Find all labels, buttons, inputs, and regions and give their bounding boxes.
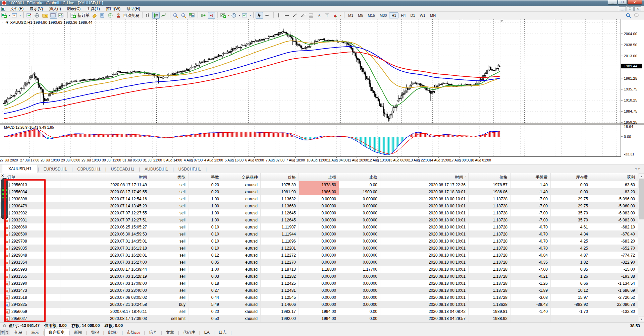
- chart-shift-icon[interactable]: [208, 12, 215, 19]
- column-header-12[interactable]: 获利: [591, 173, 638, 181]
- profiles-icon[interactable]: [11, 12, 18, 19]
- column-header-10[interactable]: 手续费: [511, 173, 551, 181]
- chart-tab-xauusd[interactable]: XAUUSD,H1: [2, 165, 38, 173]
- history-row-2938479[interactable]: 29384792020.07.14 13:45:29sell1.00eurusd…: [0, 202, 638, 209]
- restore-button[interactable]: ❐: [618, 0, 627, 5]
- vertical-line-icon[interactable]: [275, 12, 283, 19]
- data-window-icon[interactable]: [34, 12, 41, 19]
- line-chart-icon[interactable]: [160, 12, 168, 19]
- chart-tab-audusd[interactable]: AUDUSD,H1: [140, 165, 172, 173]
- column-header-4[interactable]: 交易品种: [222, 173, 261, 181]
- tile-windows-icon[interactable]: [188, 12, 196, 19]
- history-row-2928580[interactable]: 29285802020.06.30 14:59:53sell0.10eurusd…: [0, 230, 638, 238]
- tab-scroll-arrows[interactable]: ◂▸: [635, 167, 642, 170]
- auto-scroll-icon[interactable]: [200, 12, 207, 19]
- history-row-2932931[interactable]: 29329312020.07.07 12:27:51sell1.00eurusd…: [0, 216, 638, 223]
- chart-tab-usdchf[interactable]: USDCHF,H1: [174, 165, 206, 173]
- history-row-2943825[interactable]: 29438252020.07.21 10:24:58buy5.49eurusd1…: [0, 301, 638, 308]
- bottom-tab-7[interactable]: 信号: [145, 329, 161, 336]
- history-row-2926060[interactable]: 29260602020.06.25 15:05:27sell0.10eurusd…: [0, 223, 638, 230]
- terminal-icon[interactable]: [50, 12, 57, 19]
- column-header-8[interactable]: 时间∕: [380, 173, 469, 181]
- bottom-tab-8[interactable]: 文章: [162, 329, 178, 336]
- history-row-2956059[interactable]: 29560592020.08.17 18:46:11sell0.20xauusd…: [0, 308, 638, 315]
- templates-dropdown-icon[interactable]: ▾: [249, 12, 252, 19]
- timeframe-h1[interactable]: H1: [389, 12, 398, 18]
- timeframe-d1[interactable]: D1: [408, 12, 418, 18]
- chart-tab-usdcad[interactable]: USDCAD,H1: [106, 165, 139, 173]
- timeframe-mn[interactable]: MN: [428, 12, 438, 18]
- bottom-tab-5[interactable]: 邮箱7: [104, 329, 122, 336]
- timeframe-m30[interactable]: M30: [377, 12, 389, 18]
- scroll-down-arrow[interactable]: ▼: [639, 317, 644, 322]
- history-row-2931473[interactable]: 29314732020.07.03 23:40:00sell0.27eurusd…: [0, 287, 638, 294]
- timeframe-m1[interactable]: M1: [346, 12, 356, 18]
- column-header-7[interactable]: 止盈: [339, 173, 380, 181]
- child-restore-button[interactable]: ❐: [627, 6, 634, 11]
- column-header-6[interactable]: 止损: [299, 173, 339, 181]
- chart-tab-gbpusd[interactable]: GBPUSD,H1: [72, 165, 105, 173]
- text-label-icon[interactable]: T: [324, 12, 331, 19]
- trendline-icon[interactable]: [291, 12, 299, 19]
- column-header-3[interactable]: 手数: [189, 173, 222, 181]
- new-chart-icon[interactable]: [0, 12, 8, 19]
- history-row-2931354[interactable]: 29313542020.07.03 15:27:00sell0.05eurusd…: [0, 259, 638, 266]
- history-row-2929708[interactable]: 29297082020.07.01 14:35:01sell0.10eurusd…: [0, 238, 638, 245]
- history-row-2929835[interactable]: 29298352020.07.01 16:13:18sell0.10eurusd…: [0, 245, 638, 252]
- indicators-icon[interactable]: [220, 12, 227, 19]
- menu-图表C[interactable]: 图表(C): [64, 6, 84, 12]
- menu-窗口W[interactable]: 窗口(W): [103, 6, 123, 12]
- mql5-community-icon[interactable]: [99, 12, 106, 19]
- timeframe-m15[interactable]: M15: [366, 12, 377, 18]
- search-icon[interactable]: [625, 12, 632, 19]
- bottom-tab-11[interactable]: 日志: [215, 329, 231, 336]
- news-icon[interactable]: [107, 12, 114, 19]
- cursor-icon[interactable]: [256, 12, 263, 19]
- menu-帮助H[interactable]: 帮助(H): [123, 6, 143, 12]
- docked-panel-tabs[interactable]: 市导: [0, 329, 10, 336]
- periods-icon[interactable]: [230, 12, 238, 19]
- history-row-2931355[interactable]: 29313552020.07.03 15:28:19sell0.03eurusd…: [0, 273, 638, 280]
- channel-icon[interactable]: [300, 12, 307, 19]
- arrow-tools-dropdown-icon[interactable]: ▾: [339, 12, 342, 19]
- crosshair-icon[interactable]: [264, 12, 271, 19]
- child-close-button[interactable]: ✕: [634, 6, 641, 11]
- history-row-2955993[interactable]: 29559932020.08.17 16:39:44sell1.00eurusd…: [0, 266, 638, 273]
- fibonacci-icon[interactable]: [308, 12, 315, 19]
- bottom-tab-10[interactable]: EA: [200, 329, 214, 336]
- indicators-dropdown-icon[interactable]: ▾: [227, 12, 230, 19]
- column-header-5[interactable]: 价格: [261, 173, 299, 181]
- bottom-tab-2[interactable]: 账户历史: [44, 329, 69, 336]
- chart-tab-eurusd[interactable]: EURUSD,H1: [39, 165, 71, 173]
- panel-close-icon[interactable]: ✕: [1, 174, 5, 178]
- history-row-2931518[interactable]: 29315182020.07.06 03:05:02sell0.44eurusd…: [0, 294, 638, 301]
- history-row-2956013[interactable]: 29560132020.08.17 17:11:49sell0.20xauusd…: [0, 181, 638, 188]
- child-minimize-button[interactable]: ▁: [619, 6, 626, 11]
- history-row-2931390[interactable]: 29313902020.07.03 17:08:00sell0.18eurusd…: [0, 280, 638, 287]
- menu-插入I[interactable]: 插入(I): [46, 6, 64, 12]
- timeframe-m5[interactable]: M5: [356, 12, 365, 18]
- new-order-label[interactable]: 新订单: [77, 13, 90, 18]
- chart-area[interactable]: 2064.002038.502013.001961.251935.751910.…: [0, 19, 644, 164]
- market-watch-icon[interactable]: [25, 12, 33, 19]
- zoom-out-icon[interactable]: [180, 12, 187, 19]
- profiles-dropdown-icon[interactable]: ▾: [19, 12, 21, 19]
- minimize-button[interactable]: ▁: [608, 0, 618, 5]
- new-order-icon[interactable]: [69, 12, 77, 19]
- scroll-up-arrow[interactable]: ▲: [639, 174, 644, 179]
- horizontal-line-icon[interactable]: [283, 12, 291, 19]
- bottom-tab-9[interactable]: 代码库: [179, 329, 199, 336]
- bottom-tab-4[interactable]: 警报: [87, 329, 103, 336]
- bottom-tab-0[interactable]: 交易: [10, 329, 26, 336]
- navigator-icon[interactable]: [42, 12, 49, 19]
- column-header-1[interactable]: 时间: [60, 173, 150, 181]
- bottom-tab-3[interactable]: 新闻: [70, 329, 86, 336]
- history-row-2956027[interactable]: 29560272020.08.17 17:39:03sell limit0.50…: [0, 315, 638, 322]
- history-row-2956034[interactable]: 29560342020.08.17 17:49:55sell0.20xauusd…: [0, 188, 638, 195]
- bar-chart-icon[interactable]: [144, 12, 152, 19]
- column-header-11[interactable]: 库存费: [551, 173, 591, 181]
- bottom-tab-6[interactable]: 市场106: [123, 329, 144, 336]
- bottom-tab-1[interactable]: 展示: [27, 329, 43, 336]
- menu-文件F[interactable]: 文件(F): [7, 6, 26, 12]
- autotrading-label[interactable]: 自动交易: [123, 13, 139, 18]
